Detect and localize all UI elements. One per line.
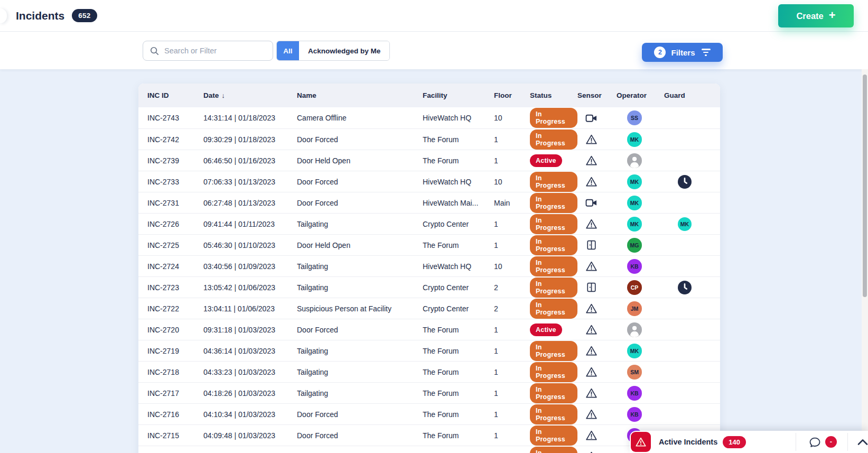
status-badge: In Progress (530, 299, 577, 319)
sidebar-toggle-notch[interactable] (0, 8, 7, 23)
cell-operator (617, 153, 664, 168)
table-row[interactable]: INC-2723 13:05:42 | 01/06/2023 Tailgatin… (138, 276, 720, 298)
table-row[interactable]: INC-2743 14:31:14 | 01/18/2023 Camera Of… (138, 107, 720, 128)
cell-sensor (585, 239, 617, 251)
table-row[interactable]: INC-2726 09:41:44 | 01/11/2023 Tailgatin… (138, 213, 720, 234)
avatar: JM (627, 301, 642, 316)
cell-sensor (585, 324, 617, 335)
cell-inc-id: INC-2715 (147, 431, 203, 440)
table-row[interactable]: INC-2718 04:33:23 | 01/03/2023 Tailgatin… (138, 361, 720, 382)
avatar: MK (627, 196, 642, 210)
cell-date: 05:46:30 | 01/10/2023 (203, 241, 297, 249)
cell-sensor (585, 113, 617, 124)
cell-status: In Progress (530, 447, 577, 453)
cell-name: Door Held Open (297, 156, 423, 165)
status-badge: In Progress (530, 447, 577, 453)
warning-icon (585, 409, 598, 420)
cell-date: 07:06:33 | 01/13/2023 (203, 178, 297, 186)
column-header-status[interactable]: Status (530, 91, 577, 99)
cell-operator: MK (617, 344, 664, 358)
filters-button[interactable]: 2 Filters (642, 43, 723, 62)
filters-count-badge: 2 (654, 47, 666, 58)
cell-floor: 1 (494, 347, 530, 355)
cell-status: In Progress (530, 172, 577, 192)
cell-date: 09:30:29 | 01/18/2023 (203, 135, 297, 144)
avatar: MK (627, 132, 642, 147)
cell-facility: Crypto Center (423, 220, 494, 228)
page-scrollbar-thumb[interactable] (863, 75, 867, 297)
status-badge: In Progress (530, 404, 577, 424)
cell-floor: 1 (494, 156, 530, 165)
cell-operator: SM (617, 365, 664, 380)
cell-floor: 10 (494, 262, 530, 271)
table-row[interactable]: INC-2733 07:06:33 | 01/13/2023 Door Forc… (138, 171, 720, 192)
cell-facility: The Forum (423, 326, 494, 334)
warning-icon (585, 387, 598, 399)
tab-all[interactable]: All (277, 41, 299, 60)
cell-operator: JM (617, 301, 664, 316)
cell-facility: HiveWatch Mai... (423, 199, 494, 207)
cell-operator: MG (617, 238, 664, 253)
cell-name: Tailgating (297, 262, 423, 271)
cell-facility: Crypto Center (423, 283, 494, 292)
table-row[interactable]: INC-2719 04:36:14 | 01/03/2023 Tailgatin… (138, 340, 720, 361)
sort-desc-icon: ↓ (221, 91, 225, 99)
scope-segmented-control: All Acknowledged by Me (276, 41, 390, 61)
column-header-facility[interactable]: Facility (423, 91, 494, 99)
column-header-sensor[interactable]: Sensor (577, 91, 617, 99)
cell-sensor (585, 430, 617, 441)
cell-inc-id: INC-2743 (147, 114, 203, 122)
cell-name: Door Forced (297, 326, 423, 334)
cell-operator: CP (617, 280, 664, 295)
cell-status: In Progress (530, 214, 577, 234)
table-row[interactable]: INC-2742 09:30:29 | 01/18/2023 Door Forc… (138, 128, 720, 150)
active-incidents-count-badge: 140 (723, 436, 746, 448)
column-header-guard[interactable]: Guard (664, 91, 720, 99)
table-row[interactable]: INC-2717 04:18:26 | 01/03/2023 Tailgatin… (138, 382, 720, 403)
cell-status: In Progress (530, 108, 577, 128)
cell-floor: 1 (494, 326, 530, 334)
column-header-inc-id[interactable]: INC ID (147, 91, 203, 99)
unassigned-person-icon (627, 153, 642, 168)
active-incidents-bar[interactable]: Active Incidents 140 - (630, 431, 868, 453)
create-button[interactable]: Create + (778, 4, 854, 27)
table-row[interactable]: INC-2724 03:40:56 | 01/09/2023 Tailgatin… (138, 255, 720, 276)
cell-operator: MK (617, 132, 664, 147)
search-box[interactable] (143, 41, 273, 61)
tab-acknowledged-by-me[interactable]: Acknowledged by Me (299, 41, 389, 60)
door-open-icon (585, 282, 598, 293)
cell-guard: MK (664, 217, 720, 231)
cell-floor: 1 (494, 431, 530, 440)
chat-count-badge: - (825, 436, 837, 448)
table-row[interactable]: INC-2731 06:27:48 | 01/13/2023 Door Forc… (138, 192, 720, 213)
guard-pending-clock-icon (678, 175, 692, 189)
cell-sensor (585, 366, 617, 377)
table-row[interactable]: INC-2725 05:46:30 | 01/10/2023 Door Held… (138, 234, 720, 255)
column-header-floor[interactable]: Floor (494, 91, 530, 99)
table-row[interactable]: INC-2722 13:04:11 | 01/06/2023 Suspiciou… (138, 298, 720, 319)
status-badge: In Progress (530, 214, 577, 234)
cell-status: In Progress (530, 278, 577, 298)
cell-date: 04:36:14 | 01/03/2023 (203, 347, 297, 355)
status-badge: In Progress (530, 193, 577, 213)
table-row[interactable]: INC-2720 09:31:18 | 01/03/2023 Door Forc… (138, 319, 720, 340)
column-header-date[interactable]: Date↓ (203, 91, 297, 99)
divider (847, 433, 848, 451)
search-input[interactable] (164, 47, 266, 55)
chat-icon[interactable] (809, 436, 821, 448)
table-row[interactable]: INC-2739 06:46:50 | 01/16/2023 Door Held… (138, 150, 720, 171)
column-header-operator[interactable]: Operator (617, 91, 664, 99)
warning-icon (585, 176, 598, 187)
column-header-name[interactable]: Name (297, 91, 423, 99)
cell-inc-id: INC-2718 (147, 368, 203, 376)
status-badge: In Progress (530, 362, 577, 382)
cell-facility: HiveWatch HQ (423, 114, 494, 122)
cell-status: In Progress (530, 383, 577, 403)
cell-inc-id: INC-2719 (147, 347, 203, 355)
avatar: KB (627, 407, 642, 422)
cell-facility: HiveWatch HQ (423, 178, 494, 186)
table-row[interactable]: INC-2716 04:10:34 | 01/03/2023 Door Forc… (138, 403, 720, 424)
cell-name: Door Held Open (297, 241, 423, 249)
cell-operator: KB (617, 259, 664, 274)
chevron-up-icon[interactable] (857, 439, 868, 446)
